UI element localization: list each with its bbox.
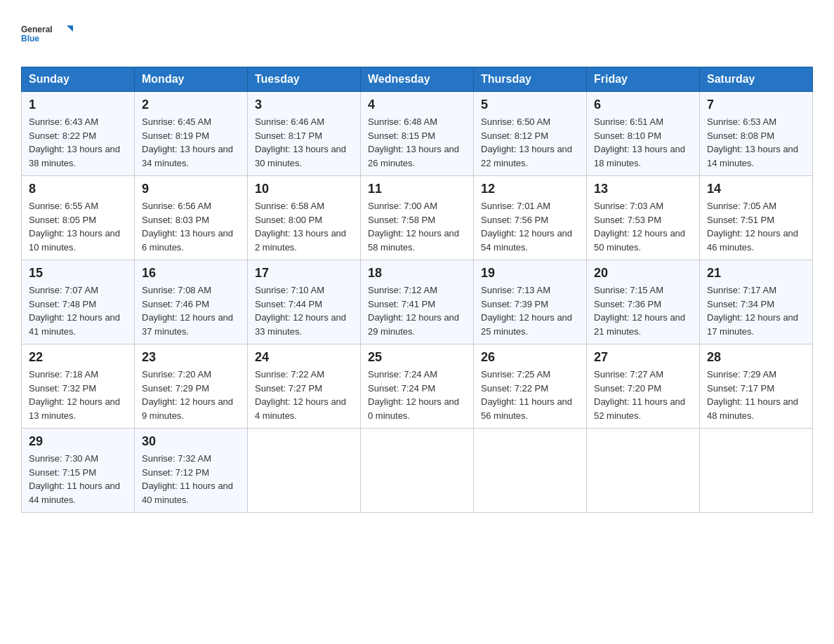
svg-marker-2: [67, 25, 73, 32]
header-tuesday: Tuesday: [248, 67, 361, 92]
day-info: Sunrise: 7:08 AMSunset: 7:46 PMDaylight:…: [142, 283, 240, 338]
day-number: 5: [481, 98, 579, 112]
day-info: Sunrise: 7:27 AMSunset: 7:20 PMDaylight:…: [594, 368, 692, 422]
day-number: 21: [707, 266, 805, 281]
day-info: Sunrise: 7:22 AMSunset: 7:27 PMDaylight:…: [255, 368, 353, 422]
day-info: Sunrise: 7:24 AMSunset: 7:24 PMDaylight:…: [368, 368, 466, 422]
calendar-cell: 13Sunrise: 7:03 AMSunset: 7:53 PMDayligh…: [587, 176, 700, 260]
day-info: Sunrise: 7:07 AMSunset: 7:48 PMDaylight:…: [29, 283, 127, 338]
day-number: 23: [142, 350, 240, 365]
calendar-cell: 23Sunrise: 7:20 AMSunset: 7:29 PMDayligh…: [135, 344, 248, 429]
day-info: Sunrise: 7:18 AMSunset: 7:32 PMDaylight:…: [29, 368, 127, 422]
day-number: 19: [481, 266, 579, 281]
day-info: Sunrise: 7:05 AMSunset: 7:51 PMDaylight:…: [707, 199, 805, 254]
day-info: Sunrise: 6:53 AMSunset: 8:08 PMDaylight:…: [707, 115, 805, 170]
calendar-cell: 3Sunrise: 6:46 AMSunset: 8:17 PMDaylight…: [248, 92, 361, 176]
calendar-cell: 22Sunrise: 7:18 AMSunset: 7:32 PMDayligh…: [22, 344, 135, 429]
header-friday: Friday: [587, 67, 700, 92]
calendar-cell: 1Sunrise: 6:43 AMSunset: 8:22 PMDaylight…: [22, 92, 135, 176]
day-number: 29: [29, 434, 127, 449]
day-info: Sunrise: 6:56 AMSunset: 8:03 PMDaylight:…: [142, 199, 240, 254]
calendar-cell: 11Sunrise: 7:00 AMSunset: 7:58 PMDayligh…: [361, 176, 474, 260]
calendar-cell: 8Sunrise: 6:55 AMSunset: 8:05 PMDaylight…: [22, 176, 135, 260]
calendar-table: SundayMondayTuesdayWednesdayThursdayFrid…: [21, 67, 813, 513]
day-info: Sunrise: 7:20 AMSunset: 7:29 PMDaylight:…: [142, 368, 240, 422]
day-info: Sunrise: 6:43 AMSunset: 8:22 PMDaylight:…: [29, 115, 127, 170]
day-info: Sunrise: 7:25 AMSunset: 7:22 PMDaylight:…: [481, 368, 579, 422]
day-number: 4: [368, 98, 466, 112]
calendar-cell: 16Sunrise: 7:08 AMSunset: 7:46 PMDayligh…: [135, 260, 248, 344]
day-number: 15: [29, 266, 127, 281]
calendar-cell: 5Sunrise: 6:50 AMSunset: 8:12 PMDaylight…: [474, 92, 587, 176]
calendar-cell: 28Sunrise: 7:29 AMSunset: 7:17 PMDayligh…: [700, 344, 813, 429]
page-header: General Blue: [21, 14, 813, 53]
calendar-cell: [248, 429, 361, 513]
day-number: 20: [594, 266, 692, 281]
header-wednesday: Wednesday: [361, 67, 474, 92]
calendar-cell: 15Sunrise: 7:07 AMSunset: 7:48 PMDayligh…: [22, 260, 135, 344]
day-info: Sunrise: 7:10 AMSunset: 7:44 PMDaylight:…: [255, 283, 353, 338]
day-number: 9: [142, 182, 240, 196]
day-number: 24: [255, 350, 353, 365]
calendar-cell: 20Sunrise: 7:15 AMSunset: 7:36 PMDayligh…: [587, 260, 700, 344]
header-saturday: Saturday: [700, 67, 813, 92]
day-info: Sunrise: 6:58 AMSunset: 8:00 PMDaylight:…: [255, 199, 353, 254]
calendar-cell: [361, 429, 474, 513]
day-number: 10: [255, 182, 353, 196]
calendar-cell: 18Sunrise: 7:12 AMSunset: 7:41 PMDayligh…: [361, 260, 474, 344]
calendar-cell: [587, 429, 700, 513]
day-info: Sunrise: 7:00 AMSunset: 7:58 PMDaylight:…: [368, 199, 466, 254]
day-number: 1: [29, 98, 127, 112]
day-number: 13: [594, 182, 692, 196]
calendar-week-row: 29Sunrise: 7:30 AMSunset: 7:15 PMDayligh…: [22, 429, 813, 513]
calendar-cell: 12Sunrise: 7:01 AMSunset: 7:56 PMDayligh…: [474, 176, 587, 260]
calendar-cell: 21Sunrise: 7:17 AMSunset: 7:34 PMDayligh…: [700, 260, 813, 344]
logo: General Blue: [21, 14, 77, 53]
header-monday: Monday: [135, 67, 248, 92]
day-number: 28: [707, 350, 805, 365]
day-info: Sunrise: 7:13 AMSunset: 7:39 PMDaylight:…: [481, 283, 579, 338]
calendar-cell: [700, 429, 813, 513]
calendar-cell: 6Sunrise: 6:51 AMSunset: 8:10 PMDaylight…: [587, 92, 700, 176]
day-number: 22: [29, 350, 127, 365]
calendar-cell: 2Sunrise: 6:45 AMSunset: 8:19 PMDaylight…: [135, 92, 248, 176]
calendar-cell: 26Sunrise: 7:25 AMSunset: 7:22 PMDayligh…: [474, 344, 587, 429]
calendar-cell: 19Sunrise: 7:13 AMSunset: 7:39 PMDayligh…: [474, 260, 587, 344]
day-info: Sunrise: 6:51 AMSunset: 8:10 PMDaylight:…: [594, 115, 692, 170]
day-info: Sunrise: 7:30 AMSunset: 7:15 PMDaylight:…: [29, 452, 127, 507]
calendar-cell: 14Sunrise: 7:05 AMSunset: 7:51 PMDayligh…: [700, 176, 813, 260]
day-number: 18: [368, 266, 466, 281]
svg-text:General: General: [21, 25, 53, 34]
day-info: Sunrise: 6:46 AMSunset: 8:17 PMDaylight:…: [255, 115, 353, 170]
calendar-week-row: 15Sunrise: 7:07 AMSunset: 7:48 PMDayligh…: [22, 260, 813, 344]
day-number: 6: [594, 98, 692, 112]
day-info: Sunrise: 6:45 AMSunset: 8:19 PMDaylight:…: [142, 115, 240, 170]
day-info: Sunrise: 7:03 AMSunset: 7:53 PMDaylight:…: [594, 199, 692, 254]
day-info: Sunrise: 7:15 AMSunset: 7:36 PMDaylight:…: [594, 283, 692, 338]
day-number: 26: [481, 350, 579, 365]
day-info: Sunrise: 6:50 AMSunset: 8:12 PMDaylight:…: [481, 115, 579, 170]
calendar-cell: 24Sunrise: 7:22 AMSunset: 7:27 PMDayligh…: [248, 344, 361, 429]
day-number: 3: [255, 98, 353, 112]
calendar-cell: 27Sunrise: 7:27 AMSunset: 7:20 PMDayligh…: [587, 344, 700, 429]
day-number: 12: [481, 182, 579, 196]
day-number: 11: [368, 182, 466, 196]
day-info: Sunrise: 6:48 AMSunset: 8:15 PMDaylight:…: [368, 115, 466, 170]
calendar-cell: 25Sunrise: 7:24 AMSunset: 7:24 PMDayligh…: [361, 344, 474, 429]
day-number: 16: [142, 266, 240, 281]
header-sunday: Sunday: [22, 67, 135, 92]
calendar-week-row: 8Sunrise: 6:55 AMSunset: 8:05 PMDaylight…: [22, 176, 813, 260]
day-number: 27: [594, 350, 692, 365]
day-number: 30: [142, 434, 240, 449]
day-number: 8: [29, 182, 127, 196]
header-thursday: Thursday: [474, 67, 587, 92]
day-info: Sunrise: 7:01 AMSunset: 7:56 PMDaylight:…: [481, 199, 579, 254]
day-info: Sunrise: 7:12 AMSunset: 7:41 PMDaylight:…: [368, 283, 466, 338]
day-number: 14: [707, 182, 805, 196]
calendar-cell: 7Sunrise: 6:53 AMSunset: 8:08 PMDaylight…: [700, 92, 813, 176]
calendar-cell: 29Sunrise: 7:30 AMSunset: 7:15 PMDayligh…: [22, 429, 135, 513]
day-number: 7: [707, 98, 805, 112]
day-number: 25: [368, 350, 466, 365]
calendar-cell: 17Sunrise: 7:10 AMSunset: 7:44 PMDayligh…: [248, 260, 361, 344]
calendar-header-row: SundayMondayTuesdayWednesdayThursdayFrid…: [22, 67, 813, 92]
